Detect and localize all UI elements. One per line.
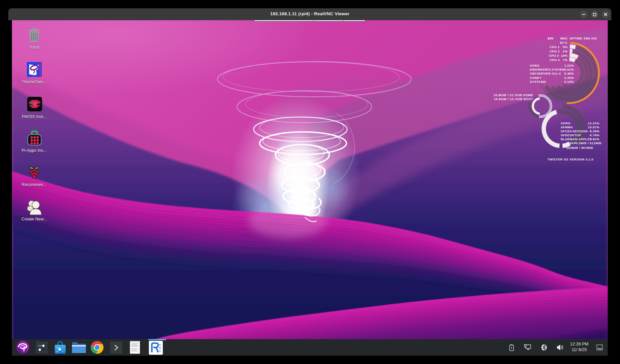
svg-text:c: c bbox=[159, 349, 161, 352]
